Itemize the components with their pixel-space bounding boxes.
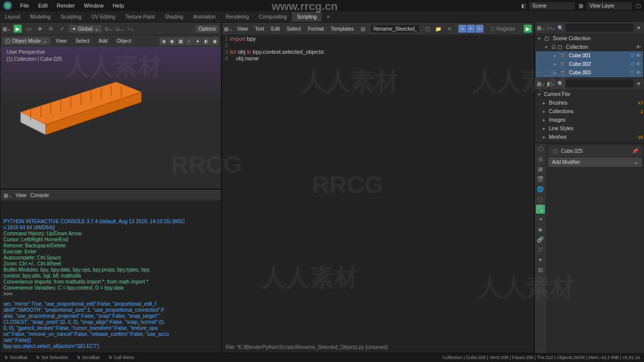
open-file-icon[interactable]: 📁	[434, 25, 442, 33]
tab-modifier-icon[interactable]: 🔧	[536, 205, 545, 214]
filter2-icon[interactable]: ▼	[635, 79, 642, 87]
viewlayer-icon[interactable]: ▦	[577, 2, 585, 10]
outliner-tree[interactable]: ▾▢Scene Collection ▾☑▢Collection 👁 ▸▽Cub…	[535, 33, 644, 77]
editor-type-console-icon[interactable]: ▦⌄	[4, 191, 12, 199]
python-console[interactable]: ▦⌄ View Console PYTHON INTERACTIVE CONSO…	[0, 189, 221, 353]
console-prompt[interactable]: >>>	[4, 291, 218, 297]
select-box-icon[interactable]: ▭	[25, 25, 33, 33]
workspace-compositing[interactable]: Compositing	[254, 12, 292, 22]
pin-icon[interactable]: 📌	[631, 147, 639, 155]
te-menu-format[interactable]: Format	[306, 26, 326, 32]
datablock-row[interactable]: ▸Collections2	[536, 107, 643, 116]
shading-matprev-icon[interactable]: ◐	[202, 37, 210, 45]
display-mode2-icon[interactable]: ◧⌄	[547, 79, 555, 87]
new-file-icon[interactable]: ▢	[423, 25, 431, 33]
scene-name-input[interactable]	[529, 2, 575, 10]
code-area[interactable]: import bpyfor obj in bpy.context.selecte…	[230, 36, 534, 352]
editor-type-text-icon[interactable]: ▦⌄	[224, 25, 232, 33]
datablock-row[interactable]: ▸Brushes47	[536, 99, 643, 107]
console-output[interactable]: PYTHON INTERACTIVE CONSOLE 3.7.4 (defaul…	[1, 201, 221, 352]
snap-icon[interactable]: ⊔⌄	[116, 25, 124, 33]
line-numbers-icon[interactable]: ≡	[458, 25, 466, 33]
syntax-icon[interactable]: A	[475, 25, 484, 33]
add-modifier-button[interactable]: Add Modifier⌄	[548, 157, 642, 167]
console-menu-console[interactable]: Console	[31, 193, 49, 198]
options-dropdown[interactable]: Options	[196, 25, 219, 33]
outliner-scene-collection[interactable]: ▾▢Scene Collection	[536, 34, 643, 43]
vp-menu-object[interactable]: Object	[114, 37, 134, 45]
datablocks-tree[interactable]: ▾Current File ▸Brushes47▸Collections2▸Im…	[535, 89, 644, 151]
gizmo-icon[interactable]: ◑	[159, 37, 168, 45]
3d-viewport[interactable]: ▦⌄ ▶ ▭ ✥ ⟳ ⤢ ✦ Global ⌄ ⊙⌄ ⊔⌄ ○⌄ Options…	[0, 22, 221, 189]
console-menu-view[interactable]: View	[16, 193, 27, 198]
workspace-uvediting[interactable]: UV Editing	[87, 12, 120, 22]
transform-orientation[interactable]: ✦ Global ⌄	[69, 25, 102, 33]
editor-type-outliner2-icon[interactable]: ▦⌄	[537, 79, 545, 87]
xray-icon[interactable]: ▦	[177, 37, 185, 45]
wordwrap-icon[interactable]: ↵	[467, 25, 475, 33]
shading-solid-icon[interactable]: ●	[194, 37, 202, 45]
outliner-collection[interactable]: ▾☑▢Collection 👁	[536, 43, 643, 51]
pivot-icon[interactable]: ⊙⌄	[105, 25, 113, 33]
shading-wire-icon[interactable]: ○	[185, 37, 193, 45]
scene-icon[interactable]: ◧	[519, 2, 527, 10]
outliner-object[interactable]: ▸▽Cube.003▽👁	[536, 68, 643, 77]
tab-texture-icon[interactable]: ▨	[536, 265, 545, 274]
display-mode-icon[interactable]: ▭⌄	[547, 24, 555, 32]
new-viewlayer-icon[interactable]: ▢	[634, 2, 642, 10]
tab-world-icon[interactable]: 🌐	[536, 185, 545, 194]
outliner-object[interactable]: ▸▽Cube.001▽👁	[536, 51, 643, 60]
tab-scene-icon[interactable]: 🎬	[536, 174, 545, 184]
text-editor[interactable]: ▦⌄ View Text Edit Select Format Template…	[221, 22, 534, 353]
workspace-animation[interactable]: Animation	[188, 12, 220, 22]
datablock-row[interactable]: ▸Line Styles	[536, 124, 643, 133]
tab-output-icon[interactable]: 🖨	[536, 154, 545, 163]
te-menu-view[interactable]: View	[235, 26, 250, 32]
unlink-icon[interactable]: ✕	[445, 25, 453, 33]
mode-select[interactable]: ▢ Object Mode ⌄	[3, 37, 50, 45]
text-editor-body[interactable]: 1234 import bpyfor obj in bpy.context.se…	[222, 35, 534, 352]
vp-menu-select[interactable]: Select	[72, 37, 93, 45]
menu-edit[interactable]: Edit	[34, 1, 52, 10]
visibility-icon[interactable]: 👁	[636, 44, 641, 50]
vp-menu-view[interactable]: View	[53, 37, 70, 45]
workspace-rendering[interactable]: Rendering	[221, 12, 254, 22]
register-checkbox-label[interactable]: ☐ Register	[491, 26, 515, 32]
shading-render-icon[interactable]: ◉	[211, 37, 219, 45]
workspace-add[interactable]: +	[321, 12, 335, 22]
menu-render[interactable]: Render	[53, 1, 79, 10]
outliner[interactable]: ▦⌄ ▭⌄ 🔍 ▼ ▾▢Scene Collection ▾☑▢Collecti…	[535, 22, 644, 77]
te-menu-text[interactable]: Text	[253, 26, 266, 32]
datablocks-search[interactable]	[566, 79, 633, 87]
move-icon[interactable]: ✥	[36, 25, 44, 33]
outliner-search[interactable]	[566, 24, 633, 32]
filter-icon[interactable]: ▼	[635, 24, 642, 32]
viewport-canvas[interactable]	[1, 47, 221, 189]
tab-mesh-icon[interactable]: ▽	[536, 245, 545, 254]
workspace-modeling[interactable]: Modeling	[25, 12, 56, 22]
outliner-blender-file[interactable]: ▦⌄ ◧⌄ 🔍 ▼ ▾Current File ▸Brushes47▸Colle…	[535, 77, 644, 143]
te-menu-select[interactable]: Select	[285, 26, 303, 32]
run-script-button[interactable]: ▶	[524, 25, 532, 33]
tab-particles-icon[interactable]: ✦	[536, 215, 545, 224]
file-browse-icon[interactable]: ▤	[359, 25, 367, 33]
overlay-icon[interactable]: ◉	[168, 37, 176, 45]
tab-render-icon[interactable]: 🖵	[536, 144, 545, 153]
cursor-tool-icon[interactable]: ▶	[14, 25, 22, 33]
vp-menu-add[interactable]: Add	[96, 37, 111, 45]
workspace-layout[interactable]: Layout	[0, 12, 25, 22]
editor-type-outliner-icon[interactable]: ▦⌄	[537, 24, 545, 32]
active-object-name[interactable]	[561, 148, 629, 154]
outliner-object[interactable]: ▸▽Cube.002▽👁	[536, 60, 643, 68]
editor-type-icon[interactable]: ▦⌄	[3, 25, 11, 33]
viewlayer-name-input[interactable]	[587, 2, 632, 10]
rotate-icon[interactable]: ⟳	[47, 25, 55, 33]
menu-help[interactable]: Help	[109, 1, 128, 10]
te-menu-edit[interactable]: Edit	[269, 26, 282, 32]
workspace-sculpting[interactable]: Sculpting	[56, 12, 87, 22]
tab-physics-icon[interactable]: ◉	[536, 225, 545, 234]
tab-viewlayer-icon[interactable]: ▦	[536, 164, 545, 173]
menu-window[interactable]: Window	[80, 1, 108, 10]
tab-constraints-icon[interactable]: 🔗	[536, 235, 545, 244]
workspace-shading[interactable]: Shading	[159, 12, 188, 22]
